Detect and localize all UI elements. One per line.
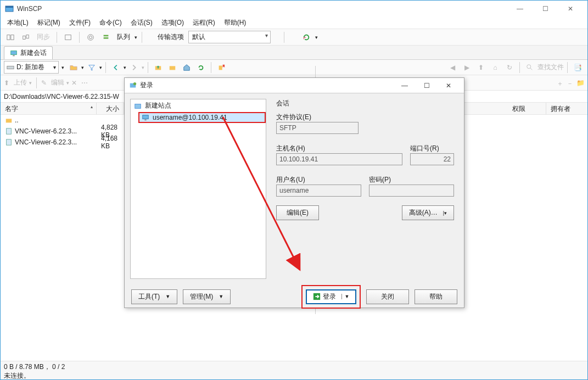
parent-folder-icon[interactable] [152, 61, 165, 74]
sites-tree[interactable]: 新建站点 username@10.100.19.41 [130, 99, 266, 279]
refresh-icon[interactable] [300, 31, 313, 44]
svg-rect-11 [11, 51, 17, 54]
back-icon[interactable] [109, 61, 122, 74]
menu-session[interactable]: 会话(S) [127, 17, 156, 29]
menu-remote[interactable]: 远程(R) [189, 17, 219, 29]
svg-rect-21 [7, 139, 12, 146]
app-icon [5, 4, 14, 13]
advanced-button[interactable]: 高级(A)…|▾ [402, 205, 454, 220]
tools-button[interactable]: 工具(T)▼ [131, 289, 177, 304]
menu-local[interactable]: 本地(L) [4, 17, 32, 29]
new-session-tab[interactable]: 新建会话 [4, 46, 53, 59]
installer-icon [5, 127, 13, 135]
remote-back-icon: ◀ [446, 61, 459, 74]
svg-point-7 [89, 36, 92, 38]
dialog-close-button[interactable]: ✕ [438, 79, 460, 92]
svg-rect-4 [23, 36, 25, 39]
svg-point-23 [133, 82, 136, 85]
edit-label: 编辑 [51, 78, 64, 87]
gear-icon[interactable] [84, 31, 97, 44]
edit-button[interactable]: 编辑(E) [276, 205, 319, 220]
column-size[interactable]: 大小 [97, 103, 124, 114]
forward-icon[interactable] [127, 61, 141, 74]
filter-icon[interactable] [85, 61, 98, 74]
transfer-option-label: 传输选项 [158, 32, 184, 42]
manage-button[interactable]: 管理(M)▼ [183, 289, 231, 304]
new-minus-icon: － [567, 79, 574, 87]
svg-rect-25 [143, 115, 149, 119]
host-input[interactable]: 10.100.19.41 [276, 153, 402, 165]
reload-icon[interactable] [194, 61, 208, 74]
svg-rect-10 [104, 37, 109, 39]
monitor-icon [10, 49, 18, 57]
root-folder-icon[interactable] [166, 61, 179, 74]
dialog-titlebar: 登录 — ☐ ✕ [125, 78, 464, 93]
new-plus-icon: ＋ [557, 79, 564, 87]
remote-home-icon: ⌂ [489, 61, 502, 74]
session-group-label: 会话 [276, 99, 454, 108]
compare-icon[interactable] [19, 31, 32, 44]
upload-label: 上传 [14, 78, 27, 87]
edit-icon: ✎ [41, 79, 49, 87]
svg-rect-2 [7, 35, 10, 40]
sync-browse-icon[interactable] [4, 31, 17, 44]
password-label: 密码(P) [369, 175, 454, 185]
column-perm[interactable]: 权限 [508, 103, 546, 114]
svg-rect-6 [65, 35, 71, 40]
remote-bookmark-icon: 📑 [571, 61, 584, 74]
port-input[interactable]: 22 [410, 153, 454, 165]
window-close-button[interactable]: ✕ [558, 1, 583, 17]
menu-mark[interactable]: 标记(M) [34, 17, 64, 29]
password-input[interactable] [369, 185, 454, 197]
menu-options[interactable]: 选项(O) [158, 17, 187, 29]
svg-rect-15 [170, 66, 176, 70]
protocol-select[interactable]: SFTP [276, 122, 359, 134]
main-toolbar: 同步 队列 ▾ 传输选项 默认 ▾ [1, 29, 587, 46]
svg-rect-9 [104, 35, 109, 36]
user-input[interactable]: username [276, 185, 361, 197]
drive-icon [7, 64, 14, 71]
home-icon[interactable] [180, 61, 193, 74]
login-icon [129, 82, 137, 90]
queue-label: 队列 [115, 32, 132, 42]
svg-rect-20 [7, 128, 12, 135]
session-panel: 会话 文件协议(E) SFTP 主机名(H) 10.100.19.41 端口号(… [266, 93, 464, 284]
close-button[interactable]: 关闭 [366, 289, 409, 304]
drive-select[interactable]: D: 新加卷 [4, 61, 59, 74]
svg-line-18 [530, 68, 533, 70]
monitor-icon [142, 114, 149, 121]
dialog-minimize-button[interactable]: — [394, 79, 416, 92]
window-minimize-button[interactable]: — [507, 1, 533, 17]
terminal-icon[interactable] [61, 31, 75, 44]
user-label: 用户名(U) [276, 175, 361, 185]
column-owner[interactable]: 拥有者 [546, 103, 587, 114]
remote-reload-icon: ↻ [503, 61, 516, 74]
login-go-icon [313, 293, 321, 300]
window-titlebar: WinSCP — ☐ ✕ [1, 1, 587, 17]
svg-rect-1 [5, 6, 13, 8]
login-button[interactable]: 登录 ▼ [306, 289, 356, 304]
status-connection: 未连接。 [4, 371, 584, 380]
svg-rect-26 [144, 120, 147, 121]
dialog-maximize-button[interactable]: ☐ [416, 79, 438, 92]
folder-icon [134, 102, 142, 110]
svg-rect-19 [6, 119, 12, 122]
menu-help[interactable]: 帮助(H) [221, 17, 250, 29]
menu-file[interactable]: 文件(F) [66, 17, 94, 29]
tree-site-item[interactable]: username@10.100.19.41 [138, 112, 266, 123]
bookmark-icon[interactable] [215, 61, 228, 74]
protocol-label: 文件协议(E) [276, 113, 454, 122]
drive-label: D: 新加卷 [16, 63, 44, 72]
port-label: 端口号(R) [410, 144, 454, 153]
menu-command[interactable]: 命令(C) [96, 17, 125, 29]
help-button[interactable]: 帮助 [415, 289, 457, 304]
column-name[interactable]: 名字 [1, 103, 97, 114]
transfer-option-select[interactable]: 默认 [188, 31, 271, 43]
open-folder-icon[interactable] [67, 61, 80, 74]
tree-new-site[interactable]: 新建站点 [131, 99, 266, 112]
window-maximize-button[interactable]: ☐ [533, 1, 558, 17]
installer-icon [5, 138, 13, 146]
queue-icon[interactable] [99, 31, 113, 44]
dialog-button-row: 工具(T)▼ 管理(M)▼ 登录 ▼ 关闭 帮助 [125, 284, 464, 309]
delete-icon: ✕ [71, 79, 79, 87]
